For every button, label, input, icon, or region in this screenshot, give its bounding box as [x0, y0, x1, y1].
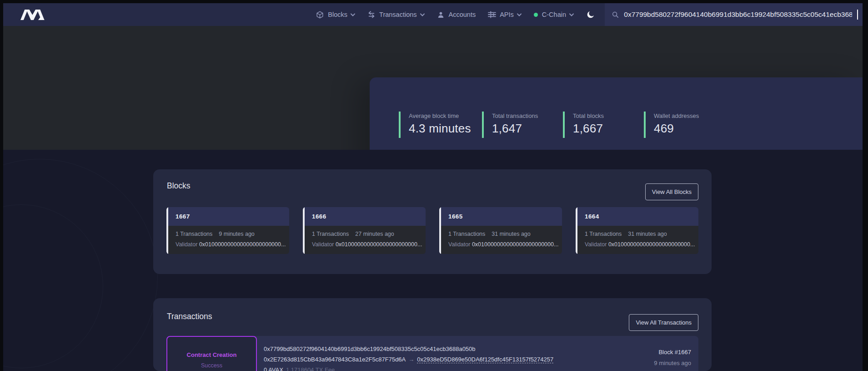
search-input[interactable]: 0x7799bd580272f9604140b6991d3bb6c19924bf… — [605, 3, 863, 26]
person-icon — [437, 10, 445, 19]
nav-item-transactions[interactable]: Transactions — [367, 10, 424, 19]
block-number[interactable]: 1666 — [305, 207, 426, 226]
avalanche-logo-icon — [20, 8, 46, 21]
moon-icon — [586, 10, 595, 19]
transaction-status: Success — [201, 362, 222, 369]
text-caret — [857, 10, 858, 20]
validator-address[interactable]: 0x010000000000000000000000... — [336, 241, 422, 248]
page: Blocks Transactions Acc — [3, 3, 863, 371]
stat-label: Total blocks — [573, 112, 604, 119]
transaction-type-badge: Contract Creation Success — [166, 336, 257, 371]
transaction-amount: 0 AVAX — [264, 366, 283, 371]
stat-value: 4.3 minutes — [409, 122, 471, 136]
block-card-1664[interactable]: 1664 1 Transactions 31 minutes ago Valid… — [576, 207, 698, 254]
block-tx-count: 1 Transactions — [312, 231, 349, 237]
transactions-panel-title: Transactions — [167, 312, 212, 321]
sliders-icon — [488, 10, 496, 19]
block-card-1667[interactable]: 1667 1 Transactions 9 minutes ago Valida… — [166, 207, 289, 254]
search-value: 0x7799bd580272f9604140b6991d3bb6c19924bf… — [624, 10, 852, 19]
validator-label: Validator — [448, 241, 470, 248]
nav-label: APIs — [500, 11, 514, 18]
stat-wallet-addresses: Wallet addresses 469 — [644, 112, 699, 138]
stat-average-block-time: Average block time 4.3 minutes — [399, 112, 471, 138]
blocks-panel: Blocks View All Blocks 1667 1 Transactio… — [153, 169, 712, 274]
arrow-right-icon: → — [406, 356, 417, 363]
block-age: 9 minutes ago — [219, 231, 255, 237]
chevron-down-icon — [569, 13, 574, 16]
transaction-addresses: 0x2E7263d815CbB43a9647843C8a1e2F5c87F75d… — [264, 354, 553, 365]
chain-status-dot-icon — [534, 13, 538, 17]
transaction-hash[interactable]: 0x7799bd580272f9604140b6991d3bb6c19924bf… — [264, 344, 553, 354]
block-number[interactable]: 1665 — [441, 207, 562, 226]
nav-item-blocks[interactable]: Blocks — [316, 10, 355, 19]
stat-label: Average block time — [409, 112, 471, 119]
transaction-row[interactable]: Contract Creation Success 0x7799bd580272… — [166, 336, 698, 371]
stat-total-blocks: Total blocks 1,667 — [563, 112, 604, 138]
transaction-value-line: 0 AVAX1.1718604 TX Fee — [264, 365, 553, 371]
block-age: 27 minutes ago — [355, 231, 394, 237]
block-tx-count: 1 Transactions — [585, 231, 622, 237]
nav-label: C-Chain — [542, 11, 566, 18]
chevron-down-icon — [517, 13, 522, 16]
validator-label: Validator — [176, 241, 197, 248]
transactions-panel: Transactions View All Transactions Contr… — [153, 298, 712, 371]
view-all-blocks-button[interactable]: View All Blocks — [645, 183, 698, 200]
nav-label: Transactions — [379, 11, 416, 18]
chevron-down-icon — [420, 13, 425, 16]
stat-value: 469 — [654, 122, 699, 136]
block-number[interactable]: 1664 — [577, 207, 698, 226]
block-cards-row: 1667 1 Transactions 9 minutes ago Valida… — [166, 207, 698, 254]
block-number[interactable]: 1667 — [168, 207, 289, 226]
top-navbar: Blocks Transactions Acc — [3, 3, 863, 26]
validator-address[interactable]: 0x010000000000000000000000... — [199, 241, 286, 248]
from-address[interactable]: 0x2E7263d815CbB43a9647843C8a1e2F5c87F75d… — [264, 356, 406, 363]
transaction-type: Contract Creation — [187, 351, 237, 358]
avalanche-logo[interactable] — [20, 8, 46, 21]
block-card-1666[interactable]: 1666 1 Transactions 27 minutes ago Valid… — [303, 207, 426, 254]
stat-total-transactions: Total transactions 1,647 — [482, 112, 538, 138]
search-icon — [612, 10, 619, 19]
validator-label: Validator — [312, 241, 334, 248]
nav-item-chain-selector[interactable]: C-Chain — [534, 11, 574, 18]
theme-toggle-button[interactable] — [586, 10, 596, 20]
main-content: Blocks View All Blocks 1667 1 Transactio… — [3, 150, 863, 371]
nav-item-apis[interactable]: APIs — [488, 10, 522, 19]
view-all-transactions-button[interactable]: View All Transactions — [629, 314, 698, 331]
transaction-fee: 1.1718604 TX Fee — [286, 366, 335, 371]
block-card-1665[interactable]: 1665 1 Transactions 31 minutes ago Valid… — [439, 207, 562, 254]
stat-value: 1,667 — [573, 122, 604, 136]
validator-address[interactable]: 0x010000000000000000000000... — [608, 241, 695, 248]
stat-label: Total transactions — [492, 112, 538, 119]
nav-item-accounts[interactable]: Accounts — [437, 10, 476, 19]
blocks-panel-title: Blocks — [167, 181, 191, 191]
nav-label: Accounts — [449, 11, 476, 18]
transaction-block-link[interactable]: Block #1667 — [654, 349, 691, 356]
stat-value: 1,647 — [492, 122, 538, 136]
chevron-down-icon — [351, 13, 355, 16]
transaction-meta: Block #1667 9 minutes ago — [654, 336, 698, 371]
block-age: 31 minutes ago — [492, 231, 530, 237]
hero-section: Average block time 4.3 minutes Total tra… — [3, 26, 863, 150]
block-tx-count: 1 Transactions — [176, 231, 212, 237]
stat-label: Wallet addresses — [654, 112, 699, 119]
block-tx-count: 1 Transactions — [448, 231, 485, 237]
validator-label: Validator — [585, 241, 607, 248]
validator-address[interactable]: 0x010000000000000000000000... — [472, 241, 558, 248]
transfer-icon — [367, 10, 376, 19]
nav-label: Blocks — [328, 11, 347, 18]
block-age: 31 minutes ago — [628, 231, 667, 237]
cube-icon — [316, 10, 324, 19]
transaction-age: 9 minutes ago — [654, 360, 691, 366]
transaction-details: 0x7799bd580272f9604140b6991d3bb6c19924bf… — [264, 336, 553, 371]
to-address[interactable]: 0x2938eD5D869e50DA6f125dfc45F13157f52742… — [417, 356, 553, 363]
